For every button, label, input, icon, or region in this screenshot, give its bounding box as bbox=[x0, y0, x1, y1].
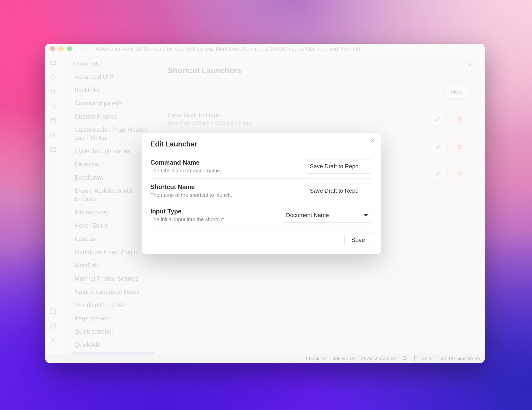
command-name-input[interactable]: Save Draft to Repo bbox=[305, 159, 372, 174]
svg-point-7 bbox=[52, 339, 54, 341]
trash-icon bbox=[457, 171, 462, 176]
nav-back-icon[interactable]: ‹ bbox=[82, 46, 84, 52]
input-type-select[interactable]: Document Name bbox=[281, 208, 372, 223]
pencil-icon bbox=[435, 171, 441, 176]
close-icon[interactable]: × bbox=[367, 135, 378, 146]
field-label: Command Name bbox=[150, 159, 299, 166]
field-command-name: Command Name The Obsidian command name. … bbox=[150, 154, 372, 178]
gear-icon[interactable] bbox=[49, 337, 57, 344]
chevron-down-icon bbox=[364, 214, 368, 217]
svg-point-1 bbox=[51, 104, 55, 107]
field-input-type: Input Type The initial input into the sh… bbox=[150, 203, 372, 227]
sync-icon[interactable] bbox=[402, 355, 407, 362]
clock-icon[interactable] bbox=[49, 73, 57, 80]
vault-icon[interactable] bbox=[49, 307, 57, 315]
launcher-title: Save Draft to Repo bbox=[168, 111, 425, 119]
delete-button[interactable] bbox=[451, 167, 468, 180]
sidebar-item[interactable]: Page preview bbox=[71, 312, 154, 325]
close-window-button[interactable] bbox=[50, 46, 55, 51]
svg-rect-4 bbox=[51, 309, 56, 314]
sidebar-item[interactable]: Backlinks bbox=[71, 84, 154, 97]
input-type-value: Document Name bbox=[286, 212, 329, 218]
edit-button[interactable] bbox=[430, 140, 447, 153]
modal-title: Edit Launcher bbox=[150, 140, 372, 154]
save-button[interactable]: Save bbox=[344, 233, 372, 247]
svg-point-6 bbox=[53, 327, 53, 327]
nav-forward-icon[interactable]: › bbox=[87, 46, 88, 52]
status-mode[interactable]: Live Preview Mode bbox=[438, 356, 480, 361]
fullscreen-window-button[interactable] bbox=[67, 46, 72, 51]
trash-icon bbox=[457, 116, 462, 122]
folder-icon[interactable] bbox=[49, 59, 57, 66]
field-label: Shortcut Name bbox=[150, 183, 299, 191]
launcher-subtitle: Save Draft to Repo < Document Name bbox=[168, 120, 425, 126]
pencil-icon bbox=[435, 116, 441, 122]
launcher-row: Save Draft to Repo Save Draft to Repo < … bbox=[168, 104, 468, 133]
new-button[interactable]: New bbox=[445, 85, 468, 99]
edit-button[interactable] bbox=[430, 112, 447, 125]
page-title: Shortcut Launchers bbox=[168, 66, 468, 75]
field-description: The initial input into the shortcut. bbox=[150, 217, 275, 223]
status-bar: 1 backlink 486 words 2973 characters Tab… bbox=[45, 354, 485, 363]
sidebar-item[interactable]: QuickAdd bbox=[71, 338, 154, 352]
trash-icon bbox=[457, 144, 462, 150]
field-description: The Obsidian command name. bbox=[150, 168, 299, 174]
status-backlinks[interactable]: 1 backlink bbox=[305, 356, 327, 361]
edit-button[interactable] bbox=[430, 167, 447, 180]
nav-group: ‹ › bbox=[82, 46, 88, 52]
calendar-icon[interactable] bbox=[49, 117, 57, 124]
svg-rect-3 bbox=[50, 147, 56, 152]
delete-button[interactable] bbox=[451, 112, 468, 125]
window-title: Automation April: 10 Shortcuts for Mac M… bbox=[95, 46, 360, 52]
sidebar-item[interactable]: Minimal Theme Settings bbox=[71, 272, 154, 285]
status-words: 486 words bbox=[332, 356, 355, 361]
field-label: Input Type bbox=[150, 208, 275, 215]
divider bbox=[168, 80, 468, 80]
traffic-lights bbox=[50, 46, 72, 51]
sidebar-item[interactable]: Custom Frames bbox=[71, 110, 154, 123]
sidebar-item[interactable]: Obsidian42 - BRAT bbox=[71, 299, 154, 312]
field-shortcut-name: Shortcut Name The name of the shortcut t… bbox=[150, 178, 372, 203]
svg-rect-2 bbox=[51, 118, 56, 123]
shortcut-name-input[interactable]: Save Draft to Repo bbox=[305, 184, 372, 198]
search-icon[interactable] bbox=[49, 102, 57, 110]
sidebar-item[interactable]: Natural Language Dates bbox=[71, 285, 154, 299]
left-ribbon bbox=[45, 54, 61, 363]
columns-icon[interactable] bbox=[49, 146, 57, 153]
edit-launcher-modal: × Edit Launcher Command Name The Obsidia… bbox=[142, 133, 381, 254]
star-icon[interactable] bbox=[49, 88, 57, 95]
sidebar-item[interactable]: Command palette bbox=[71, 97, 154, 110]
delete-button[interactable] bbox=[451, 140, 468, 153]
field-description: The name of the shortcut to launch. bbox=[150, 192, 299, 198]
status-chars: 2973 characters bbox=[361, 356, 396, 361]
sidebar-item[interactable]: Advanced URI bbox=[71, 70, 154, 84]
megaphone-icon[interactable] bbox=[49, 131, 57, 139]
sidebar-item[interactable]: Quick switcher bbox=[71, 325, 154, 338]
status-device[interactable]: Tablet bbox=[413, 356, 433, 361]
sidebar-section-label: Plugin options bbox=[71, 60, 154, 70]
minimize-window-button[interactable] bbox=[58, 46, 64, 51]
sidebar-item[interactable]: MetaEdit bbox=[71, 259, 154, 272]
help-icon[interactable] bbox=[49, 322, 57, 329]
svg-rect-8 bbox=[414, 357, 417, 360]
pencil-icon bbox=[435, 144, 441, 150]
window-titlebar: ‹ › Automation April: 10 Shortcuts for M… bbox=[45, 44, 485, 54]
